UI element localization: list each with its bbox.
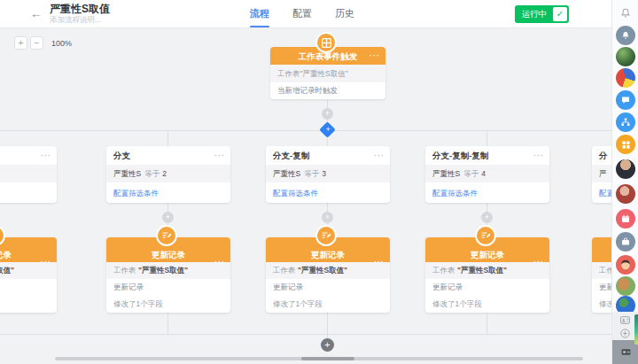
branch-split-icon[interactable]: + (319, 121, 335, 137)
merge-line (0, 334, 611, 335)
branch-card[interactable]: 分支-复制··· 严重性S等于3 配置筛选条件 (266, 146, 390, 203)
tab-config[interactable]: 配置 (292, 0, 312, 28)
user-avatar[interactable] (616, 184, 635, 204)
action-detail-row: 修改了1个字段 (425, 296, 549, 313)
app-grid-icon[interactable] (616, 135, 635, 154)
update-record-icon[interactable] (475, 225, 496, 246)
branch-title: 分支-复制-复制 (432, 151, 488, 160)
connector-line (327, 311, 328, 334)
action-card[interactable]: 更新记录··· 工作表 "严重性S取值" 更新记录 修改了1个字段 (0, 237, 57, 313)
check-icon: ✓ (553, 7, 567, 21)
action-title: 更新记录 (471, 250, 504, 259)
horizontal-scrollbar[interactable] (55, 357, 583, 360)
trigger-card[interactable]: 工作表事件触发 ··· 工作表"严重性S取值" 当新增记录时触发 (270, 47, 385, 99)
branch-condition-row: 严重性S等于2 (106, 165, 230, 182)
tab-flow[interactable]: 流程 (250, 0, 269, 28)
branch-card[interactable]: 分 严 配置筛选条件 (592, 146, 611, 203)
tab-history[interactable]: 历史 (335, 0, 354, 28)
action-table-row: 工作表 "严重性S取值" (425, 262, 549, 279)
branch-condition-row: 严 (592, 165, 611, 182)
branch-title: 分支 (113, 151, 130, 160)
branch-title: 分支-复制 (273, 151, 309, 160)
update-record-icon[interactable] (156, 225, 177, 246)
trigger-table-row: 工作表"严重性S取值" (270, 65, 385, 82)
action-table-row: 工作表 "严重性S取值" (592, 262, 611, 279)
branch-condition-row: 严重性S等于3 (266, 165, 390, 182)
more-menu-icon[interactable]: ··· (533, 146, 544, 166)
configure-filter-link[interactable]: 配置筛选条件 (592, 182, 611, 203)
title-block: 严重性S取值 添加流程说明... (50, 3, 110, 25)
more-menu-icon[interactable]: ··· (370, 47, 380, 66)
more-menu-icon[interactable]: ··· (374, 146, 385, 166)
dock-panel-icon (620, 346, 632, 358)
action-detail-row: 更新记录 (106, 279, 230, 296)
zoom-in-button[interactable]: + (14, 36, 27, 50)
action-detail-row: 更新记录 (592, 279, 611, 296)
action-card[interactable]: 更新记录··· 工作表 "严重性S取值" 更新记录 修改了1个字段 (106, 237, 230, 313)
branch-card[interactable]: 分支··· 严重性S等于2 配置筛选条件 (106, 146, 230, 203)
configure-filter-link[interactable]: 配置筛选条件 (266, 182, 390, 203)
add-step-button[interactable]: + (321, 338, 334, 352)
chat-app-icon[interactable] (616, 90, 635, 110)
branch-card[interactable]: 分支-复制-复制··· 严重性S等于4 配置筛选条件 (425, 146, 549, 203)
action-detail-row: 更新记录 (266, 279, 390, 296)
user-avatar[interactable] (616, 159, 635, 179)
more-menu-icon[interactable]: ··· (214, 146, 225, 166)
action-detail-row: 修改了1个字段 (0, 296, 57, 313)
configure-filter-link[interactable]: 配置筛选条件 (425, 182, 549, 203)
connector-line (167, 311, 168, 334)
zoom-controls: + − 100% (14, 36, 72, 50)
action-card[interactable]: 更新记录··· 工作表 "严重性S取值" 更新记录 修改了1个字段 (266, 237, 390, 313)
edge-widget (634, 314, 638, 345)
action-title: 更新记录 (152, 250, 185, 259)
branch-card[interactable]: ··· (0, 146, 57, 203)
configure-filter-link[interactable]: 配置筛选条件 (106, 182, 230, 203)
mascot-sticker-icon[interactable] (616, 68, 635, 88)
bell-badge-icon[interactable] (616, 26, 635, 45)
action-detail-row: 更新记录 (0, 279, 57, 296)
connector-line (0, 130, 611, 131)
back-icon[interactable]: ← (30, 6, 43, 20)
action-title: 更新记录 (0, 250, 12, 259)
action-card[interactable]: 更新记录··· 工作表 "严重性S取值" 更新记录 修改了1个字段 (425, 237, 549, 313)
connector-line (167, 130, 168, 146)
action-detail-row: 更新记录 (425, 279, 549, 296)
scrollbar-thumb[interactable] (301, 357, 354, 360)
insert-step-icon[interactable]: + (322, 108, 333, 120)
page-title: 严重性S取值 (50, 3, 110, 15)
insert-step-icon[interactable]: + (322, 212, 333, 223)
trigger-table-icon[interactable] (315, 32, 337, 53)
connector-line (486, 311, 487, 334)
branch-title: 分 (599, 151, 608, 160)
more-menu-icon[interactable]: ··· (41, 146, 51, 166)
cartoon-animal-avatar[interactable] (616, 276, 635, 296)
run-status-toggle[interactable]: 运行中 ✓ (515, 5, 570, 23)
briefcase-app-icon[interactable] (616, 232, 635, 252)
workflow-editor-app: ← 严重性S取值 添加流程说明... 流程 配置 历史 运行中 ✓ + − 10… (0, 0, 638, 364)
flowchart-app-icon[interactable] (616, 112, 635, 132)
branch-condition-row (0, 165, 57, 182)
branch-condition-row: 严重性S等于4 (425, 165, 549, 182)
insert-step-icon[interactable]: + (481, 212, 493, 223)
run-status-label: 运行中 (522, 9, 548, 20)
notification-bell-icon[interactable] (616, 4, 635, 23)
update-record-icon[interactable] (315, 225, 337, 246)
more-menu-icon[interactable]: ··· (41, 244, 51, 280)
flow-canvas[interactable]: + − 100% + + + + + + 工作表事件触发 ··· (0, 28, 611, 364)
tab-bar: 流程 配置 历史 (250, 0, 354, 28)
more-menu-icon[interactable]: ··· (214, 244, 225, 280)
trigger-event-row: 当新增记录时触发 (270, 82, 385, 99)
flow-description-placeholder[interactable]: 添加流程说明... (50, 15, 110, 25)
more-menu-icon[interactable]: ··· (374, 244, 385, 280)
insert-step-icon[interactable]: + (162, 212, 174, 223)
user-avatar[interactable] (616, 47, 635, 66)
configure-filter-link[interactable] (0, 182, 57, 203)
zoom-level: 100% (51, 39, 72, 48)
more-menu-icon[interactable]: ··· (533, 244, 544, 280)
os-dock-sidebar (611, 0, 638, 364)
cartoon-face-avatar[interactable] (616, 255, 635, 275)
top-bar: ← 严重性S取值 添加流程说明... 流程 配置 历史 运行中 ✓ (0, 0, 611, 28)
zoom-out-button[interactable]: − (30, 36, 43, 50)
action-card[interactable]: 更新记录 工作表 "严重性S取值" 更新记录 修改了1个字段 (592, 237, 611, 313)
calendar-app-icon[interactable] (616, 209, 635, 228)
